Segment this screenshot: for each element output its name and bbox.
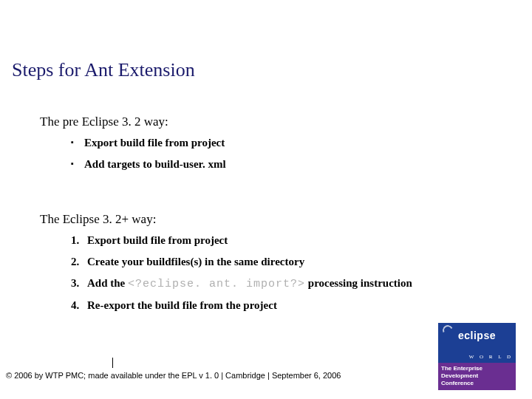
logo-tag-line: Conference (441, 380, 513, 387)
swirl-icon (441, 324, 454, 337)
numbered-item: Export build file from project (71, 234, 502, 247)
logo-top: eclipse (438, 323, 516, 348)
processing-instruction-code: <?eclipse. ant. import?> (128, 278, 305, 290)
section-head-post: The Eclipse 3. 2+ way: (40, 212, 502, 227)
numbered-item-suffix: processing instruction (305, 277, 412, 289)
slide-title: Steps for Ant Extension (12, 59, 195, 81)
bullet-item: Add targets to build-user. xml (71, 158, 502, 171)
slide: Steps for Ant Extension The pre Eclipse … (0, 0, 532, 399)
section-pre-3-2: The pre Eclipse 3. 2 way: Export build f… (40, 115, 502, 180)
bullet-item: Export build file from project (71, 137, 502, 149)
divider-mark (112, 358, 113, 368)
footer-text: © 2006 by WTP PMC; made available under … (6, 371, 341, 380)
section-3-2-plus: The Eclipse 3. 2+ way: Export build file… (40, 212, 502, 321)
eclipse-world-logo: eclipse W O R L D The Enterprise Develop… (438, 323, 516, 390)
numbered-item: Create your buildfiles(s) in the same di… (71, 256, 502, 268)
numbered-item: Re-export the build file from the projec… (71, 299, 502, 312)
logo-brand: eclipse (458, 330, 496, 341)
logo-sub: W O R L D (438, 348, 516, 363)
numbered-item-prefix: Add the (87, 277, 128, 289)
logo-tagline: The Enterprise Development Conference (438, 363, 516, 390)
numbered-item: Add the <?eclipse. ant. import?> process… (71, 277, 502, 290)
logo-tag-line: Development (441, 372, 513, 380)
section-head-pre: The pre Eclipse 3. 2 way: (40, 115, 502, 129)
logo-tag-line: The Enterprise (441, 365, 513, 372)
logo-sub-text: W O R L D (469, 354, 513, 363)
